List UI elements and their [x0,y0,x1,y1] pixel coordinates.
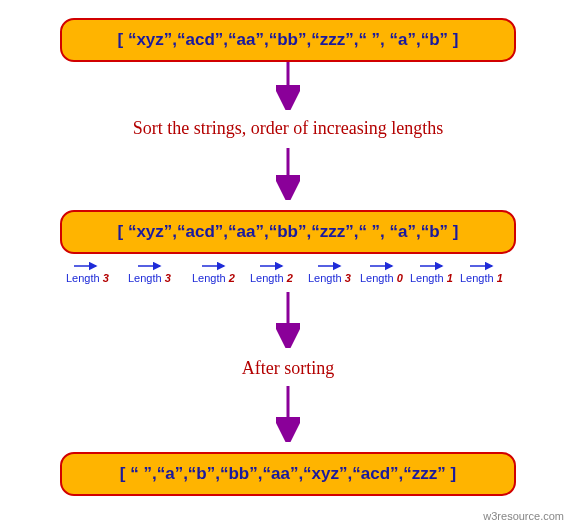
arrow-1 [276,62,300,110]
length-label-1: Length 3 [128,272,171,284]
len-word-3: Length [250,272,284,284]
output-array-pill: [ “ ”,“a”,“b”,“bb”,“aa”,“xyz”,“acd”,“zzz… [60,452,516,496]
length-label-6: Length 1 [410,272,453,284]
caption-step2: After sorting [188,358,388,379]
length-label-2: Length 2 [192,272,235,284]
len-val-0: 3 [103,272,109,284]
site-label: w3resource.com [483,510,564,522]
len-val-6: 1 [447,272,453,284]
arrow-3 [276,292,300,348]
length-label-4: Length 3 [308,272,351,284]
len-word-2: Length [192,272,226,284]
len-val-3: 2 [287,272,293,284]
input-array-text: [ “xyz”,“acd”,“aa”,“bb”,“zzz”,“ ”, “a”,“… [118,30,459,50]
length-label-7: Length 1 [460,272,503,284]
len-word-5: Length [360,272,394,284]
length-label-3: Length 2 [250,272,293,284]
length-label-5: Length 0 [360,272,403,284]
middle-array-pill: [ “xyz”,“acd”,“aa”,“bb”,“zzz”,“ ”, “a”,“… [60,210,516,254]
len-val-4: 3 [345,272,351,284]
len-val-7: 1 [497,272,503,284]
arrow-4 [276,386,300,442]
len-word-4: Length [308,272,342,284]
len-word-7: Length [460,272,494,284]
caption-step1-text: Sort the strings, order of increasing le… [133,118,443,138]
caption-step2-text: After sorting [242,358,334,378]
input-array-pill: [ “xyz”,“acd”,“aa”,“bb”,“zzz”,“ ”, “a”,“… [60,18,516,62]
len-val-1: 3 [165,272,171,284]
len-word-1: Length [128,272,162,284]
len-val-5: 0 [397,272,403,284]
len-word-6: Length [410,272,444,284]
length-label-0: Length 3 [66,272,109,284]
site-label-text: w3resource.com [483,510,564,522]
len-word-0: Length [66,272,100,284]
arrow-2 [276,148,300,200]
middle-array-text: [ “xyz”,“acd”,“aa”,“bb”,“zzz”,“ ”, “a”,“… [118,222,459,242]
caption-step1: Sort the strings, order of increasing le… [90,118,486,139]
output-array-text: [ “ ”,“a”,“b”,“bb”,“aa”,“xyz”,“acd”,“zzz… [120,464,456,484]
len-val-2: 2 [229,272,235,284]
